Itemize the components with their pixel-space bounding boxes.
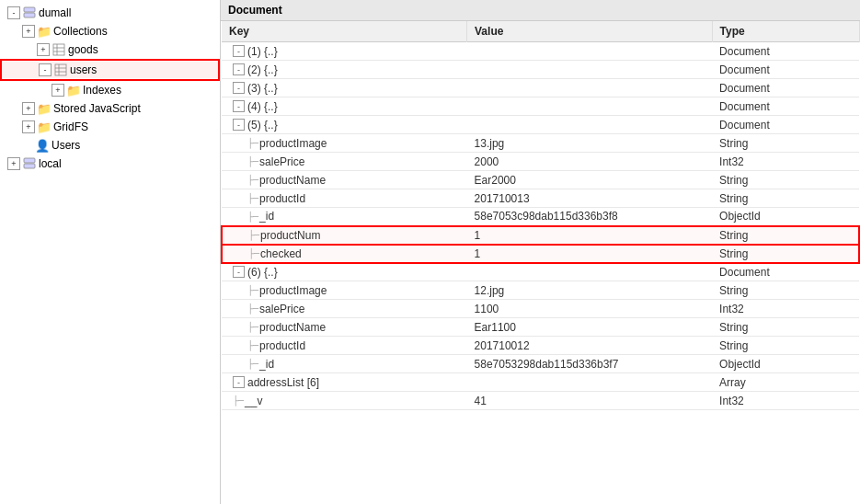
row-expand-icon[interactable]: - <box>233 45 245 57</box>
sidebar-item-local[interactable]: + local <box>0 155 220 173</box>
cell-type: Document <box>712 61 859 79</box>
document-table-container[interactable]: Key Value Type -(1) {..}Document-(2) {..… <box>221 21 860 504</box>
table-row[interactable]: ├─ productImage13.jpgString <box>222 134 859 153</box>
cell-type: ObjectId <box>712 355 859 373</box>
table-icon-users <box>53 63 68 77</box>
cell-key: ├─ salePrice <box>222 300 467 318</box>
row-expand-icon[interactable]: - <box>233 82 245 94</box>
connector-icon: ├─ <box>247 138 258 148</box>
table-row[interactable]: ├─ _id58e7053c98dab115d336b3f8ObjectId <box>222 208 859 226</box>
sidebar-item-stored-js[interactable]: + 📁 Stored JavaScript <box>0 99 220 118</box>
cell-value <box>467 79 713 97</box>
sidebar-item-label-collections: Collections <box>53 25 108 38</box>
cell-type: String <box>712 337 859 355</box>
cell-value: 1 <box>467 226 713 245</box>
cell-type: Document <box>712 97 859 116</box>
table-icon-goods <box>52 42 66 57</box>
cell-key: -(6) {..} <box>222 263 467 281</box>
sidebar-item-label-goods: goods <box>68 43 98 56</box>
cell-value: 1100 <box>467 300 713 318</box>
cell-type: Int32 <box>712 300 859 318</box>
table-row[interactable]: ├─ productNameEar2000String <box>222 171 859 189</box>
svg-rect-10 <box>24 158 35 163</box>
row-expand-icon[interactable]: - <box>233 63 245 75</box>
cell-type: String <box>712 318 859 337</box>
expand-icon-local[interactable]: + <box>7 157 20 170</box>
table-row[interactable]: ├─ productId201710013String <box>222 189 859 208</box>
table-row[interactable]: ├─ productImage12.jpgString <box>222 281 859 300</box>
cell-key: ├─ productImage <box>222 281 467 300</box>
table-row[interactable]: -(2) {..}Document <box>222 61 859 79</box>
table-row[interactable]: ├─ _id58e7053298dab115d336b3f7ObjectId <box>222 355 859 373</box>
folder-icon-indexes: 📁 <box>66 83 81 97</box>
table-row[interactable]: -addressList [6]Array <box>222 373 859 392</box>
key-text: salePrice <box>259 303 304 315</box>
cell-type: String <box>712 134 859 153</box>
db-icon-local <box>22 156 37 171</box>
sidebar: - dumall + 📁 Collections + goods - <box>0 0 221 504</box>
key-text: (5) {..} <box>247 119 278 132</box>
table-row[interactable]: -(1) {..}Document <box>222 42 859 61</box>
table-row[interactable]: ├─ productId201710012String <box>222 337 859 355</box>
row-expand-icon[interactable]: - <box>233 100 245 112</box>
svg-rect-11 <box>24 164 35 168</box>
cell-type: Document <box>712 263 859 281</box>
expand-icon-goods[interactable]: + <box>37 43 50 56</box>
table-row[interactable]: -(6) {..}Document <box>222 263 859 281</box>
sidebar-item-dumall[interactable]: - dumall <box>0 4 220 22</box>
table-body: -(1) {..}Document-(2) {..}Document-(3) {… <box>222 42 859 410</box>
sidebar-item-users[interactable]: - users <box>0 59 220 81</box>
expand-icon-stored-js[interactable]: + <box>22 102 35 115</box>
cell-key: ├─ _id <box>222 355 467 373</box>
table-row[interactable]: ├─ productNum1String <box>222 226 859 245</box>
cell-value: 13.jpg <box>467 134 713 153</box>
expand-icon-collections[interactable]: + <box>22 25 35 38</box>
cell-value <box>467 373 713 392</box>
row-expand-icon[interactable]: - <box>233 119 245 131</box>
table-row[interactable]: -(4) {..}Document <box>222 97 859 116</box>
table-row[interactable]: -(5) {..}Document <box>222 116 859 134</box>
sidebar-item-goods[interactable]: + goods <box>0 40 220 59</box>
row-expand-icon[interactable]: - <box>233 266 245 278</box>
table-row[interactable]: ├─ salePrice1100Int32 <box>222 300 859 318</box>
cell-type: String <box>712 171 859 189</box>
sidebar-item-gridfs[interactable]: + 📁 GridFS <box>0 118 220 136</box>
cell-value: 201710012 <box>467 337 713 355</box>
connector-icon: ├─ <box>248 230 259 240</box>
cell-value: 201710013 <box>467 189 713 208</box>
key-text: (1) {..} <box>247 45 278 58</box>
connector-icon: ├─ <box>247 156 258 166</box>
table-row[interactable]: -(3) {..}Document <box>222 79 859 97</box>
cell-key: -(5) {..} <box>222 116 467 134</box>
main-panel: Document Key Value Type -(1) {..}Documen… <box>221 0 860 504</box>
cell-key: ├─ checked <box>222 245 467 263</box>
key-text: productId <box>259 192 305 205</box>
expand-icon-gridfs[interactable]: + <box>22 120 35 133</box>
connector-icon: ├─ <box>233 395 244 406</box>
sidebar-item-users-admin[interactable]: 👤 Users <box>0 136 220 155</box>
expand-icon-indexes[interactable]: + <box>52 84 64 97</box>
row-expand-icon[interactable]: - <box>233 376 245 388</box>
table-row[interactable]: ├─ checked1String <box>222 245 859 263</box>
col-header-type: Type <box>712 21 859 42</box>
sidebar-item-label-dumall: dumall <box>39 6 71 19</box>
cell-type: Document <box>712 42 859 61</box>
cell-key: ├─ _id <box>222 208 467 226</box>
key-text: salePrice <box>259 155 304 168</box>
key-text: productName <box>259 174 326 187</box>
sidebar-item-collections[interactable]: + 📁 Collections <box>0 22 220 40</box>
table-row[interactable]: ├─ salePrice2000Int32 <box>222 153 859 171</box>
sidebar-item-label-users-admin: Users <box>52 139 80 152</box>
key-text: productName <box>259 321 326 334</box>
document-header: Document <box>221 0 860 21</box>
table-row[interactable]: ├─ productNameEar1100String <box>222 318 859 337</box>
cell-key: ├─ productName <box>222 318 467 337</box>
table-row[interactable]: ├─ __v41Int32 <box>222 392 859 410</box>
key-text: (6) {..} <box>247 266 278 279</box>
connector-icon: ├─ <box>247 359 258 369</box>
expand-icon-dumall[interactable]: - <box>7 6 20 19</box>
expand-icon-users[interactable]: - <box>39 63 52 76</box>
key-text: addressList [6] <box>247 376 319 389</box>
key-text: (4) {..} <box>247 100 278 113</box>
sidebar-item-indexes[interactable]: + 📁 Indexes <box>0 81 220 99</box>
